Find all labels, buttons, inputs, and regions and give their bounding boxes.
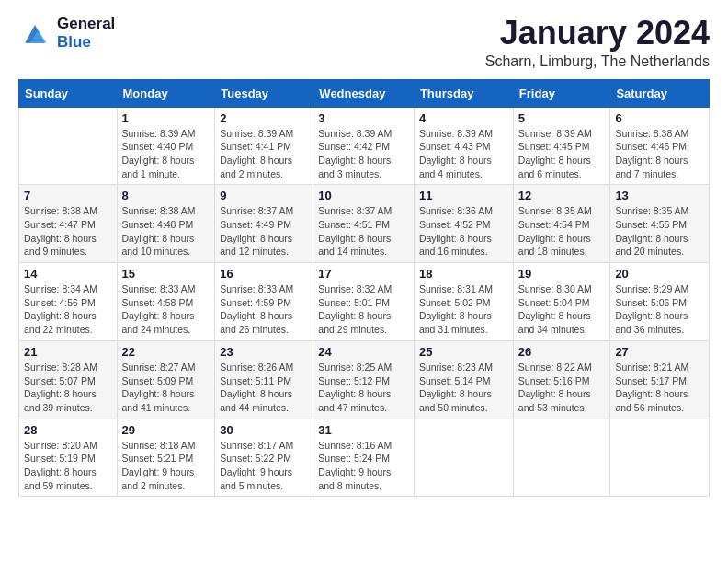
day-detail: Sunrise: 8:16 AMSunset: 5:24 PMDaylight:… bbox=[318, 439, 409, 493]
calendar-cell: 25Sunrise: 8:23 AMSunset: 5:14 PMDayligh… bbox=[414, 340, 513, 419]
day-detail: Sunrise: 8:32 AMSunset: 5:01 PMDaylight:… bbox=[318, 282, 409, 337]
day-number: 29 bbox=[122, 423, 210, 437]
calendar-cell: 21Sunrise: 8:28 AMSunset: 5:07 PMDayligh… bbox=[19, 340, 118, 419]
day-detail: Sunrise: 8:23 AMSunset: 5:14 PMDaylight:… bbox=[419, 361, 508, 415]
day-detail: Sunrise: 8:30 AMSunset: 5:04 PMDaylight:… bbox=[518, 282, 606, 337]
day-detail: Sunrise: 8:38 AMSunset: 4:48 PMDaylight:… bbox=[122, 204, 210, 259]
calendar-cell: 30Sunrise: 8:17 AMSunset: 5:22 PMDayligh… bbox=[215, 419, 313, 497]
day-number: 23 bbox=[220, 345, 308, 359]
day-number: 31 bbox=[318, 423, 409, 437]
weekday-header-friday: Friday bbox=[513, 79, 610, 107]
logo: General Blue bbox=[18, 15, 115, 51]
day-number: 14 bbox=[24, 267, 112, 281]
day-number: 17 bbox=[318, 267, 409, 281]
day-detail: Sunrise: 8:39 AMSunset: 4:43 PMDaylight:… bbox=[419, 127, 508, 181]
day-detail: Sunrise: 8:33 AMSunset: 4:58 PMDaylight:… bbox=[122, 282, 210, 337]
day-detail: Sunrise: 8:34 AMSunset: 4:56 PMDaylight:… bbox=[24, 282, 112, 337]
day-detail: Sunrise: 8:17 AMSunset: 5:22 PMDaylight:… bbox=[220, 439, 308, 493]
calendar-cell: 7Sunrise: 8:38 AMSunset: 4:47 PMDaylight… bbox=[19, 185, 118, 263]
logo-icon bbox=[18, 17, 51, 50]
day-number: 24 bbox=[318, 345, 409, 359]
calendar-cell: 5Sunrise: 8:39 AMSunset: 4:45 PMDaylight… bbox=[513, 107, 610, 185]
day-number: 20 bbox=[615, 267, 704, 281]
day-number: 26 bbox=[518, 345, 606, 359]
calendar-cell bbox=[414, 419, 513, 497]
calendar-cell bbox=[19, 107, 118, 185]
day-detail: Sunrise: 8:21 AMSunset: 5:17 PMDaylight:… bbox=[615, 361, 704, 415]
day-detail: Sunrise: 8:39 AMSunset: 4:45 PMDaylight:… bbox=[518, 127, 606, 181]
day-number: 15 bbox=[122, 267, 210, 281]
weekday-header-row: SundayMondayTuesdayWednesdayThursdayFrid… bbox=[19, 79, 710, 107]
day-detail: Sunrise: 8:31 AMSunset: 5:02 PMDaylight:… bbox=[419, 282, 508, 337]
day-detail: Sunrise: 8:35 AMSunset: 4:54 PMDaylight:… bbox=[518, 204, 606, 259]
day-number: 18 bbox=[419, 267, 508, 281]
calendar-cell: 2Sunrise: 8:39 AMSunset: 4:41 PMDaylight… bbox=[215, 107, 313, 185]
weekday-header-monday: Monday bbox=[117, 79, 215, 107]
day-number: 2 bbox=[220, 111, 308, 125]
logo-blue: Blue bbox=[57, 33, 91, 51]
calendar-week-row-0: 1Sunrise: 8:39 AMSunset: 4:40 PMDaylight… bbox=[19, 107, 710, 185]
calendar-table: SundayMondayTuesdayWednesdayThursdayFrid… bbox=[18, 79, 710, 498]
day-number: 21 bbox=[24, 345, 112, 359]
calendar-cell: 17Sunrise: 8:32 AMSunset: 5:01 PMDayligh… bbox=[313, 263, 415, 341]
day-number: 6 bbox=[615, 111, 704, 125]
day-detail: Sunrise: 8:28 AMSunset: 5:07 PMDaylight:… bbox=[24, 361, 112, 415]
weekday-header-sunday: Sunday bbox=[19, 79, 118, 107]
calendar-cell: 4Sunrise: 8:39 AMSunset: 4:43 PMDaylight… bbox=[414, 107, 513, 185]
day-number: 13 bbox=[615, 189, 704, 202]
calendar-cell: 23Sunrise: 8:26 AMSunset: 5:11 PMDayligh… bbox=[215, 340, 313, 419]
day-detail: Sunrise: 8:39 AMSunset: 4:40 PMDaylight:… bbox=[122, 127, 210, 181]
day-detail: Sunrise: 8:20 AMSunset: 5:19 PMDaylight:… bbox=[24, 439, 112, 493]
day-number: 16 bbox=[220, 267, 308, 281]
day-detail: Sunrise: 8:33 AMSunset: 4:59 PMDaylight:… bbox=[220, 282, 308, 337]
day-number: 12 bbox=[518, 189, 606, 202]
day-number: 11 bbox=[419, 189, 508, 202]
calendar-week-row-3: 21Sunrise: 8:28 AMSunset: 5:07 PMDayligh… bbox=[19, 340, 710, 419]
weekday-header-saturday: Saturday bbox=[610, 79, 710, 107]
day-detail: Sunrise: 8:26 AMSunset: 5:11 PMDaylight:… bbox=[220, 361, 308, 415]
day-number: 8 bbox=[122, 189, 210, 202]
logo-general: General bbox=[57, 15, 115, 32]
weekday-header-wednesday: Wednesday bbox=[313, 79, 415, 107]
day-detail: Sunrise: 8:38 AMSunset: 4:47 PMDaylight:… bbox=[24, 204, 112, 259]
day-detail: Sunrise: 8:35 AMSunset: 4:55 PMDaylight:… bbox=[615, 204, 704, 259]
calendar-cell bbox=[513, 419, 610, 497]
page-header: General Blue January 2024 Scharn, Limbur… bbox=[18, 15, 710, 70]
day-number: 3 bbox=[318, 111, 409, 125]
day-detail: Sunrise: 8:27 AMSunset: 5:09 PMDaylight:… bbox=[122, 361, 210, 415]
day-number: 4 bbox=[419, 111, 508, 125]
calendar-cell: 3Sunrise: 8:39 AMSunset: 4:42 PMDaylight… bbox=[313, 107, 415, 185]
day-number: 7 bbox=[24, 189, 112, 202]
day-number: 10 bbox=[318, 189, 409, 202]
day-detail: Sunrise: 8:39 AMSunset: 4:42 PMDaylight:… bbox=[318, 127, 409, 181]
weekday-header-thursday: Thursday bbox=[414, 79, 513, 107]
calendar-cell: 1Sunrise: 8:39 AMSunset: 4:40 PMDaylight… bbox=[117, 107, 215, 185]
calendar-cell: 10Sunrise: 8:37 AMSunset: 4:51 PMDayligh… bbox=[313, 185, 415, 263]
calendar-cell: 9Sunrise: 8:37 AMSunset: 4:49 PMDaylight… bbox=[215, 185, 313, 263]
calendar-cell: 13Sunrise: 8:35 AMSunset: 4:55 PMDayligh… bbox=[610, 185, 710, 263]
calendar-cell: 24Sunrise: 8:25 AMSunset: 5:12 PMDayligh… bbox=[313, 340, 415, 419]
logo-text: General Blue bbox=[57, 15, 115, 51]
day-detail: Sunrise: 8:38 AMSunset: 4:46 PMDaylight:… bbox=[615, 127, 704, 181]
day-number: 27 bbox=[615, 345, 704, 359]
calendar-cell: 18Sunrise: 8:31 AMSunset: 5:02 PMDayligh… bbox=[414, 263, 513, 341]
calendar-cell: 22Sunrise: 8:27 AMSunset: 5:09 PMDayligh… bbox=[117, 340, 215, 419]
day-number: 28 bbox=[24, 423, 112, 437]
calendar-cell: 31Sunrise: 8:16 AMSunset: 5:24 PMDayligh… bbox=[313, 419, 415, 497]
calendar-cell: 27Sunrise: 8:21 AMSunset: 5:17 PMDayligh… bbox=[610, 340, 710, 419]
calendar-cell: 12Sunrise: 8:35 AMSunset: 4:54 PMDayligh… bbox=[513, 185, 610, 263]
day-number: 1 bbox=[122, 111, 210, 125]
calendar-cell bbox=[610, 419, 710, 497]
day-detail: Sunrise: 8:37 AMSunset: 4:49 PMDaylight:… bbox=[220, 204, 308, 259]
calendar-cell: 15Sunrise: 8:33 AMSunset: 4:58 PMDayligh… bbox=[117, 263, 215, 341]
day-number: 19 bbox=[518, 267, 606, 281]
day-detail: Sunrise: 8:29 AMSunset: 5:06 PMDaylight:… bbox=[615, 282, 704, 337]
calendar-week-row-4: 28Sunrise: 8:20 AMSunset: 5:19 PMDayligh… bbox=[19, 419, 710, 497]
day-detail: Sunrise: 8:37 AMSunset: 4:51 PMDaylight:… bbox=[318, 204, 409, 259]
calendar-cell: 8Sunrise: 8:38 AMSunset: 4:48 PMDaylight… bbox=[117, 185, 215, 263]
day-number: 25 bbox=[419, 345, 508, 359]
calendar-cell: 20Sunrise: 8:29 AMSunset: 5:06 PMDayligh… bbox=[610, 263, 710, 341]
day-number: 30 bbox=[220, 423, 308, 437]
calendar-cell: 11Sunrise: 8:36 AMSunset: 4:52 PMDayligh… bbox=[414, 185, 513, 263]
calendar-cell: 29Sunrise: 8:18 AMSunset: 5:21 PMDayligh… bbox=[117, 419, 215, 497]
